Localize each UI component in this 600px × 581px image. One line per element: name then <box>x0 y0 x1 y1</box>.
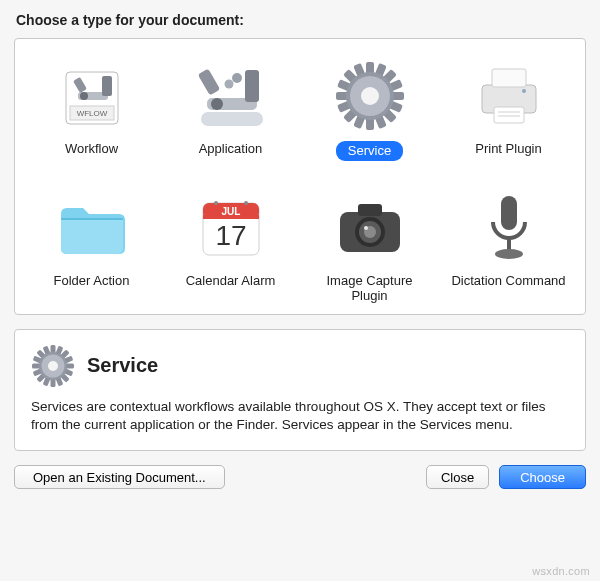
type-grid-panel: WFLOW Workflow <box>14 38 586 315</box>
gear-icon <box>31 344 75 388</box>
description-body: Services are contextual workflows availa… <box>31 398 569 434</box>
svg-text:JUL: JUL <box>221 206 240 217</box>
svg-point-11 <box>232 73 242 83</box>
svg-rect-53 <box>507 238 511 250</box>
svg-point-12 <box>224 80 233 89</box>
svg-text:17: 17 <box>215 220 246 251</box>
type-print-plugin[interactable]: Print Plugin <box>442 57 575 161</box>
type-application[interactable]: Application <box>164 57 297 161</box>
svg-rect-13 <box>201 112 263 126</box>
svg-point-73 <box>48 361 58 371</box>
svg-rect-47 <box>358 204 382 216</box>
svg-rect-34 <box>492 69 526 87</box>
button-row: Open an Existing Document... Close Choos… <box>14 465 586 489</box>
workflow-icon: WFLOW <box>53 57 131 135</box>
folder-icon <box>53 189 131 267</box>
type-folder-action[interactable]: Folder Action <box>25 189 158 304</box>
choose-button[interactable]: Choose <box>499 465 586 489</box>
microphone-icon <box>470 189 548 267</box>
svg-point-44 <box>214 201 218 205</box>
svg-rect-52 <box>501 196 517 230</box>
svg-rect-35 <box>494 107 524 123</box>
calendar-icon: JUL 17 <box>192 189 270 267</box>
service-gear-icon <box>331 57 409 135</box>
svg-point-38 <box>522 89 526 93</box>
open-existing-button[interactable]: Open an Existing Document... <box>14 465 225 489</box>
watermark-text: wsxdn.com <box>532 565 590 577</box>
type-label: Service <box>336 141 403 161</box>
description-panel: Service Services are contextual workflow… <box>14 329 586 451</box>
svg-point-32 <box>361 87 379 105</box>
type-label: Application <box>199 141 263 157</box>
type-label: Folder Action <box>54 273 130 289</box>
camera-icon <box>331 189 409 267</box>
type-label: Calendar Alarm <box>186 273 276 289</box>
type-dictation-command[interactable]: Dictation Command <box>442 189 575 304</box>
svg-point-51 <box>364 226 368 230</box>
printer-icon <box>470 57 548 135</box>
type-label: Dictation Command <box>451 273 565 289</box>
svg-rect-4 <box>102 76 112 96</box>
dialog-heading: Choose a type for your document: <box>16 12 586 28</box>
type-service[interactable]: Service <box>303 57 436 161</box>
close-button[interactable]: Close <box>426 465 489 489</box>
svg-text:WFLOW: WFLOW <box>76 109 107 118</box>
svg-point-9 <box>211 98 223 110</box>
svg-rect-10 <box>197 69 219 96</box>
svg-rect-8 <box>245 70 259 102</box>
svg-point-5 <box>80 92 88 100</box>
type-image-capture-plugin[interactable]: Image Capture Plugin <box>303 189 436 304</box>
type-workflow[interactable]: WFLOW Workflow <box>25 57 158 161</box>
type-label: Workflow <box>65 141 118 157</box>
description-title: Service <box>87 354 158 377</box>
type-label: Print Plugin <box>475 141 541 157</box>
svg-point-54 <box>495 249 523 259</box>
svg-point-45 <box>244 201 248 205</box>
type-label: Image Capture Plugin <box>310 273 430 304</box>
type-calendar-alarm[interactable]: JUL 17 Calendar Alarm <box>164 189 297 304</box>
application-icon <box>192 57 270 135</box>
